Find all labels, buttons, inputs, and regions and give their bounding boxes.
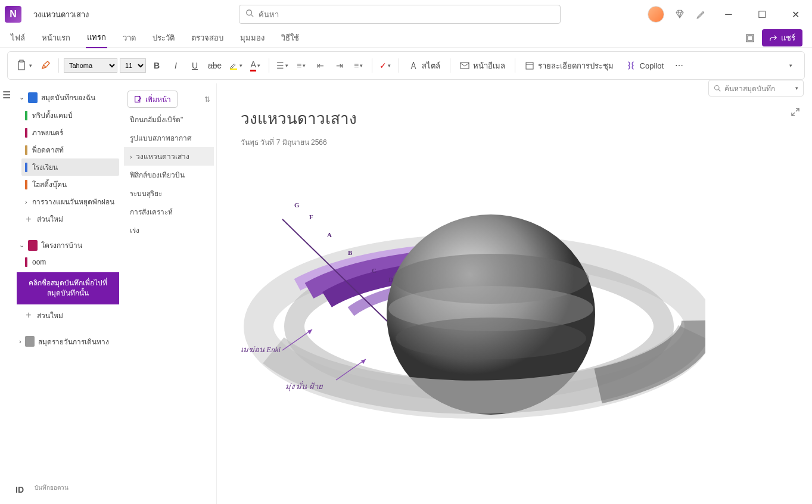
page-item[interactable]: รูปแบบสภาพอากาศ	[124, 129, 214, 147]
app-icon: N	[5, 6, 21, 23]
svg-line-23	[718, 89, 720, 91]
expand-icon[interactable]	[791, 107, 800, 119]
page-item[interactable]: ฟิสิกส์ของเทียวบิน	[124, 166, 214, 184]
search-icon	[245, 9, 254, 20]
section-vacation-plan[interactable]: ›การวางแผนวันหยุดพักผ่อน	[21, 193, 119, 210]
ring-label-a: A	[327, 231, 332, 238]
section-camping[interactable]: ทริปตั้งแคมป์	[21, 107, 119, 124]
notebook-label: โครงการบ้าน	[41, 239, 82, 251]
annotation-enki: เมฆ่อน Enki	[241, 343, 281, 356]
notebook-travel-journal[interactable]: › สมุดรายวันการเดินทาง	[17, 332, 119, 351]
highlight-button[interactable]: ▾	[226, 57, 245, 74]
add-section-button[interactable]: +ส่วนใหม่	[21, 210, 119, 228]
fullpage-icon[interactable]	[744, 32, 756, 44]
paste-button[interactable]: ▾	[14, 57, 35, 74]
page-date: วันพุธ วันที่ 7 มิถุนายน 2566	[241, 136, 788, 148]
italic-button[interactable]: I	[167, 57, 184, 74]
chevron-down-icon: ⌄	[19, 241, 24, 249]
ribbon-toolbar: ▾ Tahoma 11 B I U abc ▾ A▾ ☰▾ ≡▾ ⇤ ⇥ ≡▾ …	[7, 51, 805, 80]
tab-draw[interactable]: วาด	[122, 28, 137, 48]
add-page-button[interactable]: เพิ่มหน้า	[127, 91, 178, 108]
section-movies[interactable]: ภาพยนตร์	[21, 124, 119, 141]
font-color-button[interactable]: A▾	[247, 57, 264, 74]
page-item[interactable]: ปีกนกฮัมมิ่งเบิร์ด"	[124, 110, 214, 129]
section-podcast[interactable]: พ็อดคาสท์	[21, 141, 119, 158]
meeting-details-button[interactable]: รายละเอียดการประชุม	[520, 60, 618, 72]
tab-history[interactable]: ประวัติ	[151, 28, 176, 48]
page-canvas[interactable]: วงแหวนดาวเสาง วันพุธ วันที่ 7 มิถุนายน 2…	[217, 83, 812, 504]
svg-point-22	[715, 86, 720, 91]
share-button[interactable]: แชร์	[762, 29, 802, 46]
ribbon-tabs: ไฟล์ หน้าแรก แทรก วาด ประวัติ ตรวจสอบ มุ…	[0, 29, 812, 48]
chevron-down-icon: ▾	[795, 85, 798, 91]
title-bar: N วงแหวนดาวเสาง ─ ☐ ✕	[0, 0, 812, 29]
search-box[interactable]	[239, 5, 561, 24]
tag-button[interactable]: ✓▾	[377, 57, 394, 74]
font-size-select[interactable]: 11	[120, 58, 146, 73]
notebook-label: สมุดรายวันการเดินทาง	[38, 336, 109, 347]
avatar[interactable]	[648, 6, 664, 23]
nav-toggle[interactable]: ☰	[0, 83, 14, 504]
svg-rect-7	[461, 63, 469, 69]
svg-line-1	[251, 15, 254, 17]
svg-rect-3	[748, 36, 752, 41]
svg-point-0	[247, 10, 252, 15]
add-section-button-2[interactable]: +ส่วนใหม่	[21, 307, 119, 324]
svg-rect-6	[230, 69, 237, 70]
copilot-button[interactable]: Copilot	[621, 60, 668, 71]
page-item[interactable]: ระบบสุริยะ	[124, 184, 214, 203]
svg-rect-4	[18, 61, 24, 70]
svg-rect-10	[135, 97, 140, 102]
styles-button[interactable]: สไตล์	[404, 60, 445, 72]
outdent-button[interactable]: ⇤	[312, 57, 329, 74]
strikethrough-button[interactable]: abc	[206, 57, 224, 74]
close-button[interactable]: ✕	[783, 5, 807, 24]
svg-point-17	[396, 318, 586, 359]
font-select[interactable]: Tahoma	[64, 58, 117, 73]
numbering-button[interactable]: ≡▾	[293, 57, 310, 74]
notebook-icon	[25, 336, 35, 347]
coach-tooltip: คลิกชื่อสมุดบันทึกเพื่อไปที่สมุดบันทึกนั…	[17, 272, 119, 304]
ribbon-chevron-button[interactable]: ▾	[782, 57, 798, 74]
notebook-my-notes[interactable]: ⌄ สมุดบันทึกของฉัน	[17, 88, 119, 107]
sort-icon[interactable]: ⇅	[204, 95, 210, 104]
tab-insert[interactable]: แทรก	[86, 27, 107, 48]
page-list: เพิ่มหน้า ⇅ ปีกนกฮัมมิ่งเบิร์ด" รูปแบบสภ…	[122, 83, 217, 504]
maximize-button[interactable]: ☐	[750, 5, 774, 24]
pen-icon[interactable]	[695, 8, 707, 20]
tab-view[interactable]: มุมมอง	[239, 28, 266, 48]
share-label: แชร์	[781, 32, 795, 44]
bold-button[interactable]: B	[148, 57, 165, 74]
tab-review[interactable]: ตรวจสอบ	[190, 28, 225, 48]
page-item[interactable]: ›วงแหวนดาวเสาง	[124, 147, 214, 166]
more-button[interactable]: ⋯	[671, 57, 687, 74]
format-painter-button[interactable]	[37, 57, 54, 74]
bullets-button[interactable]: ☰▾	[274, 57, 291, 74]
search-input[interactable]	[259, 10, 554, 19]
tab-file[interactable]: ไฟล์	[10, 28, 26, 48]
chevron-down-icon: ⌄	[19, 94, 24, 101]
align-button[interactable]: ≡▾	[350, 57, 367, 74]
ring-label-b: B	[348, 249, 352, 256]
notebook-home-projects[interactable]: ⌄ โครงการบ้าน	[17, 236, 119, 254]
plus-icon: +	[25, 310, 32, 321]
notebook-search[interactable]: ค้นหาสมุดบันทึก ▾	[708, 80, 804, 97]
notebook-label: สมุดบันทึกของฉัน	[41, 92, 95, 103]
plus-icon: +	[25, 214, 32, 225]
svg-rect-8	[526, 63, 533, 69]
indent-button[interactable]: ⇥	[331, 57, 348, 74]
ring-label-c: C	[372, 267, 377, 274]
tab-help[interactable]: วิธีใช้	[280, 28, 300, 48]
underline-button[interactable]: U	[186, 57, 203, 74]
page-item[interactable]: เร่ง	[124, 221, 214, 239]
ring-label-g: G	[294, 201, 300, 209]
section-hosting[interactable]: โฮสติ้งบุ๊คน	[21, 176, 119, 193]
minimize-button[interactable]: ─	[717, 5, 741, 24]
premium-icon[interactable]	[674, 8, 686, 20]
tab-home[interactable]: หน้าแรก	[41, 28, 71, 48]
page-item[interactable]: การสังเคราะห์	[124, 203, 214, 221]
email-page-button[interactable]: หน้าอีเมล	[455, 60, 510, 72]
footer-id: ID	[15, 485, 24, 494]
footer-text: บันทึกยอดวน	[35, 483, 69, 492]
section-school[interactable]: โรงเรียน	[21, 158, 119, 176]
